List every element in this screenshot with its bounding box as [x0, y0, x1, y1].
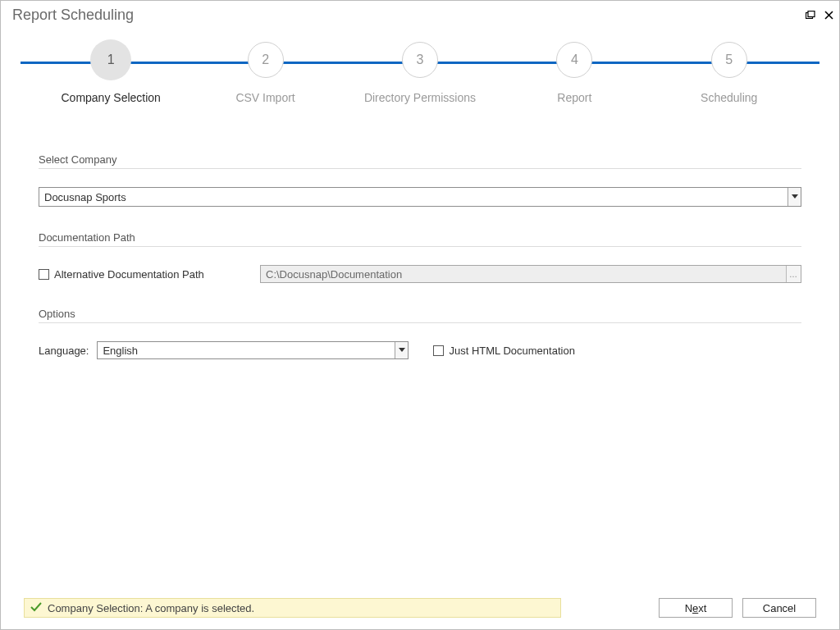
- check-icon: [30, 600, 43, 616]
- doc-path-value: C:\Docusnap\Documentation: [261, 266, 786, 282]
- step-circle: 1: [93, 42, 129, 78]
- alt-doc-path-checkbox[interactable]: Alternative Documentation Path: [39, 268, 244, 281]
- step-circle: 2: [248, 42, 284, 78]
- report-scheduling-dialog: Report Scheduling 1Company Selection2CSV…: [0, 0, 840, 630]
- documentation-path-row: Alternative Documentation Path C:\Docusn…: [39, 265, 801, 283]
- alt-doc-path-label: Alternative Documentation Path: [54, 268, 204, 281]
- status-bar: Company Selection: A company is selected…: [24, 598, 561, 618]
- language-dropdown[interactable]: English: [97, 341, 409, 359]
- step-label: Scheduling: [701, 91, 757, 104]
- section-documentation-path: Documentation Path: [39, 231, 801, 247]
- checkbox-icon: [39, 269, 49, 280]
- step-circle: 4: [556, 42, 592, 78]
- wizard-step-5[interactable]: 5Scheduling: [660, 42, 799, 104]
- step-circle: 5: [711, 42, 747, 78]
- checkbox-icon: [433, 345, 444, 356]
- titlebar: Report Scheduling: [1, 1, 839, 25]
- doc-path-input: C:\Docusnap\Documentation …: [260, 265, 801, 283]
- window-controls: [805, 9, 834, 21]
- svg-marker-5: [399, 348, 405, 352]
- wizard-step-4[interactable]: 4Report: [504, 42, 644, 104]
- language-dropdown-value: English: [98, 342, 395, 358]
- company-dropdown-value: Docusnap Sports: [39, 188, 788, 206]
- close-icon[interactable]: [823, 9, 834, 21]
- step-label: Report: [557, 91, 591, 104]
- next-button[interactable]: Next: [659, 598, 733, 618]
- step-label: CSV Import: [235, 91, 294, 104]
- just-html-label: Just HTML Documentation: [449, 345, 574, 357]
- svg-rect-1: [808, 11, 815, 17]
- just-html-checkbox[interactable]: Just HTML Documentation: [433, 345, 574, 357]
- chevron-down-icon[interactable]: [395, 342, 408, 358]
- section-select-company: Select Company: [39, 153, 801, 169]
- dialog-footer: Company Selection: A company is selected…: [24, 598, 816, 618]
- chevron-down-icon[interactable]: [788, 188, 801, 206]
- step-circle: 3: [402, 42, 438, 78]
- options-row: Language: English Just HTML Documentatio…: [39, 341, 801, 359]
- svg-marker-4: [792, 194, 798, 199]
- language-label: Language:: [39, 345, 89, 357]
- section-options: Options: [39, 308, 801, 323]
- wizard-step-2[interactable]: 2CSV Import: [196, 42, 336, 104]
- status-text: Company Selection: A company is selected…: [48, 602, 254, 614]
- maximize-icon[interactable]: [805, 9, 816, 21]
- company-dropdown[interactable]: Docusnap Sports: [39, 187, 801, 207]
- wizard-step-1[interactable]: 1Company Selection: [41, 42, 180, 104]
- button-row: Next Cancel: [659, 598, 816, 618]
- wizard-stepper: 1Company Selection2CSV Import3Directory …: [1, 42, 839, 132]
- step-label: Directory Permissions: [364, 91, 476, 104]
- form-area: Select Company Docusnap Sports Documenta…: [1, 132, 839, 359]
- cancel-button[interactable]: Cancel: [742, 598, 816, 618]
- wizard-step-3[interactable]: 3Directory Permissions: [350, 42, 490, 104]
- window-title: Report Scheduling: [12, 7, 134, 24]
- step-label: Company Selection: [61, 91, 160, 104]
- browse-button[interactable]: …: [786, 266, 801, 282]
